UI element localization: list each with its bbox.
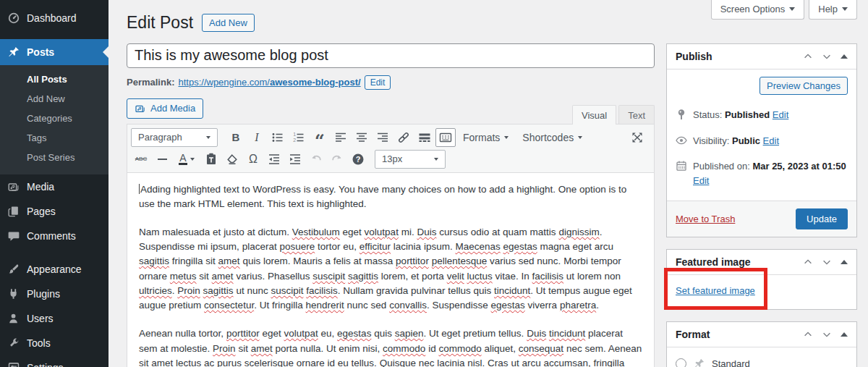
featured-image-panel-header[interactable]: Featured image: [667, 250, 856, 275]
format-panel-header[interactable]: Format: [667, 322, 856, 347]
add-media-button[interactable]: Add Media: [127, 98, 203, 119]
add-new-post-button[interactable]: Add New: [202, 14, 255, 32]
sidebar-item-label: Settings: [27, 362, 64, 367]
align-right-icon: [375, 130, 390, 145]
publish-panel: Publish Preview Changes: [666, 43, 857, 237]
eye-icon: [676, 135, 687, 146]
chevron-down-icon: [190, 158, 195, 161]
help-label: Help: [818, 4, 838, 14]
paste-as-text-icon: [204, 152, 218, 166]
editor-mode-tabs: Visual Text: [572, 104, 655, 124]
set-featured-image-link[interactable]: Set featured image: [676, 285, 755, 296]
horizontal-rule-button[interactable]: [152, 150, 172, 169]
publish-panel-header[interactable]: Publish: [667, 44, 856, 69]
sidebar-item-dashboard[interactable]: Dashboard: [0, 6, 109, 30]
numbered-list-button[interactable]: 12: [289, 128, 309, 147]
keyboard-shortcuts-help-button[interactable]: ?: [348, 150, 368, 169]
align-right-button[interactable]: [373, 128, 393, 147]
move-up-icon[interactable]: [803, 329, 813, 339]
editor-content[interactable]: Adding highlighted text to WordPress is …: [127, 173, 654, 367]
redo-button[interactable]: [327, 150, 347, 169]
screen-options-button[interactable]: Screen Options: [711, 0, 805, 20]
insert-link-button[interactable]: [393, 128, 414, 147]
published-on-value: Mar 25, 2023 at 01:50: [752, 161, 846, 172]
add-media-label: Add Media: [150, 103, 195, 114]
align-left-icon: [333, 130, 348, 145]
text-color-button[interactable]: A: [173, 150, 200, 169]
read-more-icon: [417, 130, 432, 145]
special-character-button[interactable]: Ω: [243, 150, 263, 169]
strikethrough-button[interactable]: ABC: [131, 150, 151, 169]
toolbar-toggle-button[interactable]: [435, 128, 456, 147]
preview-changes-button[interactable]: Preview Changes: [760, 77, 848, 95]
outdent-button[interactable]: [264, 150, 284, 169]
permalink-link[interactable]: https://wpengine.com/awesome-blog-post/: [178, 77, 360, 88]
sidebar-item-users[interactable]: Users: [0, 306, 109, 331]
permalink-row: Permalink: https://wpengine.com/awesome-…: [127, 75, 655, 90]
edit-published-date-link[interactable]: Edit: [693, 175, 709, 186]
paintbrush-icon: [7, 263, 20, 276]
post-status-pin-icon: [676, 109, 687, 120]
move-up-icon[interactable]: [803, 51, 813, 62]
move-up-icon[interactable]: [803, 257, 813, 267]
sidebar-item-label: Users: [27, 313, 54, 324]
move-to-trash-link[interactable]: Move to Trash: [676, 214, 735, 224]
sidebar-item-tags[interactable]: Tags: [0, 128, 109, 148]
radio-standard[interactable]: [676, 358, 686, 367]
sidebar-item-posts[interactable]: Posts: [0, 39, 109, 65]
fullscreen-button[interactable]: [627, 128, 647, 147]
sidebar-item-appearance[interactable]: Appearance: [0, 257, 109, 282]
pushpin-icon: [7, 46, 20, 59]
paragraph-format-select[interactable]: Paragraph: [131, 128, 218, 147]
collapse-toggle-icon[interactable]: [841, 260, 848, 264]
bullet-list-button[interactable]: [268, 128, 288, 147]
chevron-down-icon: [789, 7, 795, 11]
sidebar-item-add-new[interactable]: Add New: [0, 89, 109, 109]
read-more-button[interactable]: [414, 128, 435, 147]
undo-button[interactable]: [306, 150, 326, 169]
indent-button[interactable]: [285, 150, 305, 169]
move-down-icon[interactable]: [822, 51, 832, 62]
status-row: Status: Published Edit: [676, 102, 848, 128]
undo-icon: [309, 152, 323, 166]
sidebar-item-all-posts[interactable]: All Posts: [0, 69, 109, 89]
bold-button[interactable]: B: [226, 128, 246, 147]
blockquote-icon: “: [315, 130, 325, 145]
formats-menu-button[interactable]: Formats: [456, 128, 515, 147]
italic-button[interactable]: I: [247, 128, 267, 147]
edit-status-link[interactable]: Edit: [773, 109, 788, 120]
sidebar-item-settings[interactable]: Settings: [0, 355, 109, 367]
shortcodes-menu-button[interactable]: Shortcodes: [516, 128, 589, 147]
edit-permalink-button[interactable]: Edit: [365, 75, 391, 90]
page-title: Edit Post: [127, 13, 193, 33]
clear-formatting-button[interactable]: [222, 150, 242, 169]
tab-visual[interactable]: Visual: [572, 105, 616, 125]
toolbar-toggle-icon: [438, 130, 453, 145]
update-button[interactable]: Update: [796, 208, 848, 229]
help-button[interactable]: Help: [809, 0, 857, 20]
sidebar-item-media[interactable]: Media: [0, 174, 109, 199]
sidebar-item-plugins[interactable]: Plugins: [0, 282, 109, 306]
move-down-icon[interactable]: [822, 257, 832, 267]
sidebar-item-tools[interactable]: Tools: [0, 331, 109, 355]
collapse-toggle-icon[interactable]: [841, 54, 848, 59]
align-left-button[interactable]: [331, 128, 351, 147]
sidebar-item-label: Tools: [27, 337, 51, 349]
wrench-icon: [7, 337, 20, 350]
edit-visibility-link[interactable]: Edit: [763, 135, 779, 146]
move-down-icon[interactable]: [822, 329, 832, 339]
collapse-toggle-icon[interactable]: [841, 332, 848, 337]
blockquote-button[interactable]: “: [310, 128, 330, 147]
sidebar-item-categories[interactable]: Categories: [0, 109, 109, 128]
sidebar-item-pages[interactable]: Pages: [0, 199, 109, 224]
fullscreen-icon: [630, 130, 644, 145]
sidebar-item-post-series[interactable]: Post Series: [0, 148, 109, 167]
font-size-select[interactable]: 13px: [375, 150, 446, 169]
paragraph-format-value: Paragraph: [138, 132, 182, 143]
sidebar-item-comments[interactable]: Comments: [0, 224, 109, 248]
paste-as-text-button[interactable]: [201, 150, 221, 169]
post-title-input[interactable]: [127, 43, 655, 68]
tab-text[interactable]: Text: [618, 105, 655, 125]
align-center-button[interactable]: [352, 128, 372, 147]
media-icon: [7, 180, 20, 193]
